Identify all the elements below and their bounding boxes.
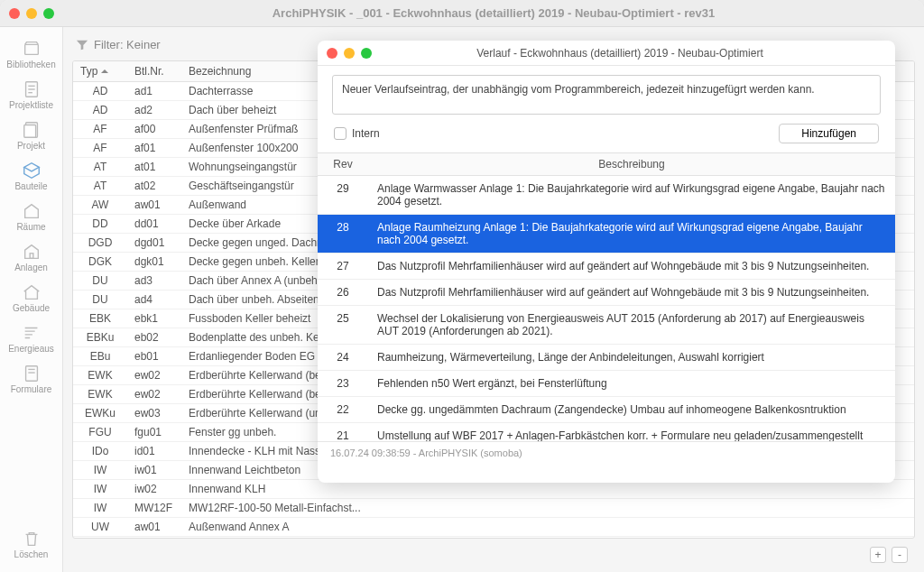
remove-button[interactable]: - [892, 547, 908, 563]
entry-textarea[interactable]: Neuer Verlaufseintrag, der unabhängig vo… [332, 75, 881, 115]
verlauf-dialog: Verlauf - Eckwohnhaus (detailliert) 2019… [318, 41, 895, 483]
formulare-icon [19, 363, 44, 384]
svg-rect-0 [24, 44, 38, 54]
sidebar-item-label: Energieaus [8, 344, 54, 354]
sidebar-item-projektliste[interactable]: Projektliste [5, 75, 59, 114]
main-window-title: ArchiPHYSIK - _001 - Eckwohnhaus (detail… [63, 6, 924, 20]
energieaus-icon [19, 322, 44, 344]
bibliotheken-icon [19, 38, 44, 60]
projekt-icon [19, 119, 44, 141]
revision-row[interactable]: 21Umstellung auf WBF 2017 + Anlagen-Farb… [318, 423, 895, 442]
sidebar-item-formulare[interactable]: Formulare [5, 359, 59, 398]
sidebar-item-projekt[interactable]: Projekt [5, 115, 59, 154]
revision-row[interactable]: 24Raumheizung, Wärmeverteilung, Länge de… [318, 345, 895, 371]
sidebar-item-anlagen[interactable]: Anlagen [5, 237, 59, 276]
sidebar-item-label: Bauteile [14, 181, 47, 191]
revision-row[interactable]: 26Das Nutzprofil Mehrfamilienhäuser wird… [318, 280, 895, 306]
sidebar-item-label: Anlagen [14, 263, 48, 272]
revision-row[interactable]: 25Wechsel der Lokalisierung von Energiea… [318, 306, 895, 345]
projektliste-icon [19, 78, 44, 100]
sidebar-item-label: Projektliste [9, 100, 53, 110]
revision-row[interactable]: 23Fehlenden n50 Wert ergänzt, bei Fenste… [318, 371, 895, 397]
dialog-footer: 16.07.24 09:38:59 - ArchiPHYSIK (somoba) [318, 441, 895, 464]
sidebar-item-energieaus[interactable]: Energieaus [5, 318, 59, 357]
sidebar-item-label: Löschen [14, 549, 49, 559]
minimize-icon[interactable] [344, 48, 355, 59]
sidebar-item-label: Projekt [17, 141, 45, 151]
dialog-title: Verlauf - Eckwohnhaus (detailliert) 2019… [381, 47, 895, 60]
raeume-icon [19, 200, 44, 222]
sidebar-item-label: Räume [16, 222, 45, 232]
sidebar-item-label: Gebäude [13, 303, 50, 313]
table-row[interactable]: WGDwgd01Wand gegen unged. Dachraum [73, 537, 914, 540]
sidebar: BibliothekenProjektlisteProjektBauteileR… [0, 27, 63, 572]
table-row[interactable]: IWMW12FMW12RF-100-50 Metall-Einfachst... [73, 499, 914, 518]
sidebar-item-bauteile[interactable]: Bauteile [5, 156, 59, 195]
anlagen-icon [19, 241, 44, 263]
svg-rect-6 [23, 125, 35, 138]
sidebar-item-label: Formulare [11, 384, 52, 394]
sidebar-item-loeschen[interactable]: Löschen [5, 524, 59, 563]
col-rev[interactable]: Rev [318, 153, 368, 176]
svg-rect-7 [30, 254, 33, 259]
revision-table[interactable]: Rev Beschreibung 29Anlage Warmwasser Anl… [318, 152, 895, 441]
revision-row[interactable]: 28Anlage Raumheizung Anlage 1: Die Bauja… [318, 215, 895, 254]
minimize-icon[interactable] [26, 8, 37, 19]
col-beschreibung[interactable]: Beschreibung [368, 153, 895, 176]
close-icon[interactable] [327, 48, 337, 59]
revision-row[interactable]: 22Decke gg. ungedämmten Dachraum (Zangen… [318, 397, 895, 423]
sidebar-item-bibliotheken[interactable]: Bibliotheken [5, 34, 59, 73]
col-btlnr[interactable]: Btl.Nr. [127, 61, 181, 82]
main-titlebar: ArchiPHYSIK - _001 - Eckwohnhaus (detail… [0, 0, 924, 27]
trash-icon [19, 528, 44, 549]
sidebar-item-gebaeude[interactable]: Gebäude [5, 278, 59, 317]
checkbox-icon [334, 127, 346, 140]
add-button[interactable]: + [870, 547, 886, 563]
hinzufuegen-button[interactable]: Hinzufügen [779, 124, 879, 143]
sidebar-item-label: Bibliotheken [6, 60, 55, 69]
bauteile-icon [19, 160, 44, 181]
revision-row[interactable]: 27Das Nutzprofil Mehrfamilienhäuser wird… [318, 254, 895, 280]
col-typ[interactable]: Typ [73, 61, 127, 82]
svg-rect-8 [25, 366, 37, 382]
filter-label: Filter: Keiner [94, 38, 161, 51]
filter-icon [76, 39, 88, 51]
table-row[interactable]: UWaw01Außenwand Annex A [73, 518, 914, 537]
sidebar-item-raeume[interactable]: Räume [5, 197, 59, 235]
close-icon[interactable] [9, 8, 20, 19]
maximize-icon[interactable] [43, 8, 54, 19]
window-controls [0, 3, 63, 24]
maximize-icon[interactable] [361, 48, 372, 59]
revision-row[interactable]: 29Anlage Warmwasser Anlage 1: Die Baujah… [318, 176, 895, 215]
intern-label: Intern [352, 127, 380, 140]
gebaeude-icon [19, 281, 44, 303]
intern-checkbox[interactable]: Intern [334, 127, 380, 140]
